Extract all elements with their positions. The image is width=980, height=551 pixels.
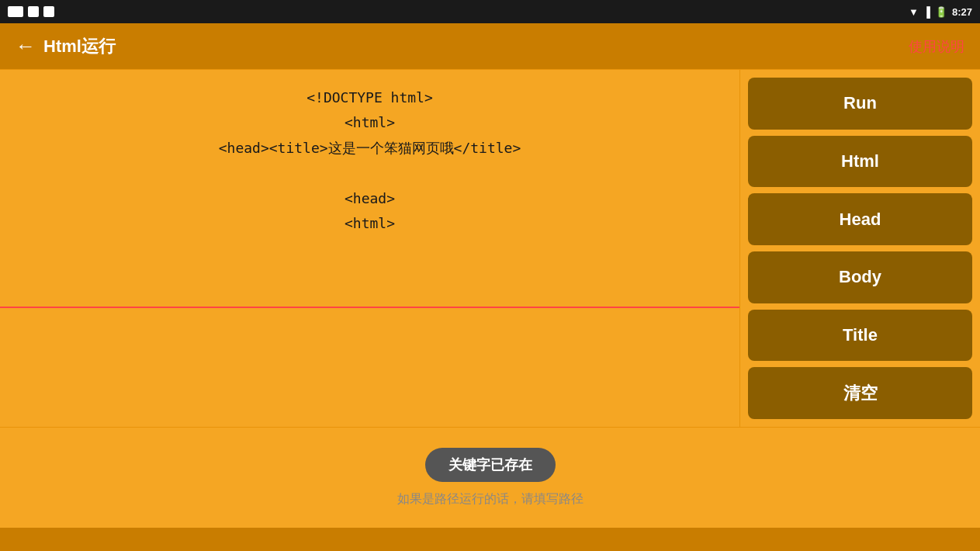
right-panel: Run Html Head Body Title 清空 bbox=[739, 70, 980, 427]
top-bar: ← Html运行 使用说明 bbox=[0, 23, 980, 70]
clock: 8:27 bbox=[952, 6, 972, 18]
html-button[interactable]: Html bbox=[748, 136, 972, 188]
battery-icon: 🔋 bbox=[935, 6, 947, 18]
code-line-2: <html> bbox=[23, 110, 716, 135]
code-line-3: <head><title>这是一个笨猫网页哦</title> bbox=[23, 136, 716, 161]
code-line-6: <html> bbox=[23, 211, 716, 236]
back-button[interactable]: ← bbox=[16, 34, 36, 58]
status-bar: ▼ ▐ 🔋 8:27 bbox=[0, 0, 980, 23]
code-display: <!DOCTYPE html> <html> <head><title>这是一个… bbox=[23, 85, 716, 236]
a-icon bbox=[43, 6, 54, 17]
bottom-bar: 关键字已存在 如果是路径运行的话，请填写路径 bbox=[0, 427, 980, 528]
body-button[interactable]: Body bbox=[748, 251, 972, 303]
clear-button[interactable]: 清空 bbox=[748, 367, 972, 419]
head-button[interactable]: Head bbox=[748, 193, 972, 245]
cursor-line bbox=[0, 307, 739, 308]
keyboard-icon bbox=[8, 6, 23, 17]
code-line-1: <!DOCTYPE html> bbox=[23, 85, 716, 110]
run-button[interactable]: Run bbox=[748, 78, 972, 130]
title-button[interactable]: Title bbox=[748, 310, 972, 362]
code-line-4 bbox=[23, 161, 716, 185]
signal-icon: ▐ bbox=[923, 6, 930, 18]
code-line-5: <head> bbox=[23, 186, 716, 211]
main-content: <!DOCTYPE html> <html> <head><title>这是一个… bbox=[0, 70, 980, 427]
status-left-icons bbox=[8, 6, 54, 17]
help-link[interactable]: 使用说明 bbox=[909, 37, 964, 56]
code-editor[interactable]: <!DOCTYPE html> <html> <head><title>这是一个… bbox=[0, 70, 739, 427]
page-title: Html运行 bbox=[43, 35, 116, 58]
ime-icon bbox=[28, 6, 39, 17]
path-hint: 如果是路径运行的话，请填写路径 bbox=[397, 491, 583, 508]
keyword-badge: 关键字已存在 bbox=[425, 448, 556, 482]
wifi-icon: ▼ bbox=[909, 6, 919, 18]
status-right-icons: ▼ ▐ 🔋 8:27 bbox=[909, 6, 972, 18]
